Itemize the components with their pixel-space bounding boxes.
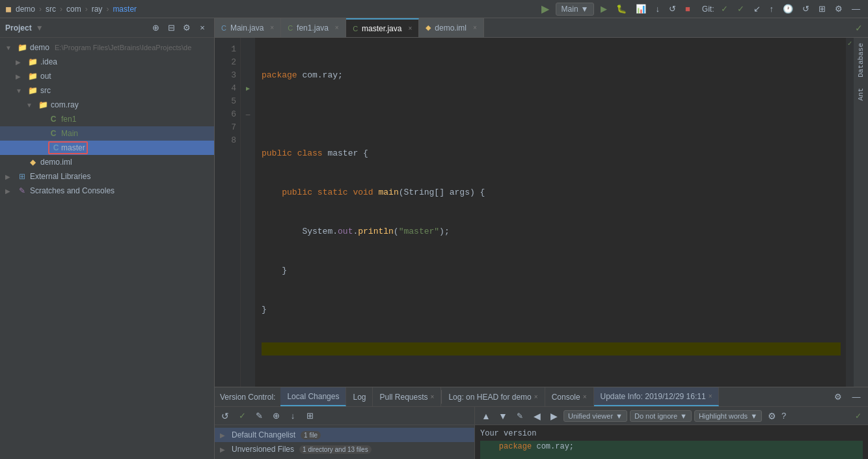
diff-nav-down[interactable]: ▼	[496, 409, 510, 423]
diff-highlight-select[interactable]: Highlight words ▼	[694, 410, 762, 422]
tree-label-ext-lib: External Libraries	[30, 172, 90, 181]
bottom-tab-update-info-close[interactable]: ×	[709, 393, 712, 400]
vc-label: Version Control:	[215, 387, 280, 406]
tree-item-scratches[interactable]: ▶ ✎ Scratches and Consoles	[0, 184, 214, 198]
bottom-tab-pull-requests-label: Pull Requests	[379, 393, 427, 402]
git-revert-btn[interactable]: ↺	[800, 3, 812, 15]
tree-item-fen1[interactable]: ▶ C fen1	[0, 112, 214, 126]
diff-next-btn[interactable]: ▶	[547, 409, 561, 423]
bottom-tab-local-changes[interactable]: Local Changes	[280, 387, 346, 406]
tab-close-demo-iml[interactable]: ×	[473, 24, 477, 31]
tree-item-idea[interactable]: ▶ 📁 .idea	[0, 55, 214, 69]
run-green-btn[interactable]: ▶	[539, 1, 552, 16]
git-history-btn[interactable]: 🕐	[780, 3, 796, 15]
bottom-tab-local-changes-label: Local Changes	[287, 392, 339, 401]
vc-edit-btn[interactable]: ✎	[251, 408, 267, 424]
gutter-run-btn[interactable]: ▶	[241, 82, 255, 95]
bottom-tab-console[interactable]: Console ×	[545, 387, 594, 406]
code-content[interactable]: package com.ray; public class master { p…	[255, 38, 846, 387]
tree-arrow-comray: ▼	[26, 102, 35, 109]
settings-btn[interactable]: ⚙	[832, 3, 845, 15]
editor-check-icon: ✓	[855, 23, 863, 33]
vc-terminal-btn[interactable]: ⊞	[302, 408, 318, 424]
scratches-icon: ✎	[17, 186, 27, 196]
diff-settings-btn[interactable]: ⚙	[765, 409, 779, 423]
tab-close-fen1-java[interactable]: ×	[335, 24, 339, 31]
tab-icon-main-java: C	[221, 24, 226, 32]
line-num-5: 5	[215, 95, 236, 108]
diff-prev-btn[interactable]: ◀	[530, 409, 544, 423]
tab-master-java[interactable]: C master.java ×	[346, 18, 419, 37]
tree-path-demo: E:\Program Files\JetBrains\IdeaProjects\…	[55, 44, 191, 51]
git-commit-btn[interactable]: ✓	[718, 3, 731, 15]
debug-btn[interactable]: 🐛	[614, 3, 629, 15]
tree-item-demo-iml[interactable]: ▶ ◆ demo.iml	[0, 155, 214, 169]
tree-item-demo[interactable]: ▼ 📁 demo E:\Program Files\JetBrains\Idea…	[0, 40, 214, 55]
code-editor: 1 2 3 4 5 6 7 8 ▶ —	[215, 38, 868, 387]
tab-close-main-java[interactable]: ×	[270, 24, 274, 31]
tree-item-src[interactable]: ▼ 📁 src	[0, 83, 214, 98]
diff-viewer-select[interactable]: Unified viewer ▼	[563, 410, 627, 422]
bottom-tab-pull-requests[interactable]: Pull Requests ×	[373, 387, 441, 406]
vc-arrow-unversioned: ▶	[220, 446, 229, 453]
vc-check-btn[interactable]: ✓	[234, 408, 250, 424]
bottom-tab-log[interactable]: Log	[346, 387, 373, 406]
vcs-window-btn[interactable]: ⊞	[816, 3, 828, 15]
right-tools-panel: Database Ant	[854, 38, 868, 387]
vc-pin-btn[interactable]: ⊕	[268, 408, 284, 424]
run-btn[interactable]: ▶	[598, 3, 610, 15]
tree-item-ext-lib[interactable]: ▶ ⊞ External Libraries	[0, 169, 214, 184]
titlebar-sep4: ›	[106, 5, 109, 14]
branch-selector[interactable]: Main ▼	[556, 3, 595, 16]
diff-help-btn[interactable]: ?	[781, 411, 786, 421]
stop-btn[interactable]: ■	[683, 3, 693, 15]
coverage-btn[interactable]: 📊	[633, 3, 649, 15]
vc-refresh-btn[interactable]: ↺	[217, 408, 233, 424]
locate-btn[interactable]: ⊕	[149, 21, 162, 35]
tree-item-comray[interactable]: ▼ 📁 com.ray	[0, 98, 214, 112]
tree-item-master[interactable]: ▶ C master	[0, 141, 214, 155]
tab-fen1-java[interactable]: C fen1.java ×	[281, 18, 346, 37]
diff-ignore-label: Do not ignore	[634, 412, 677, 420]
tree-item-out[interactable]: ▶ 📁 out	[0, 69, 214, 83]
tab-main-java[interactable]: C Main.java ×	[215, 18, 281, 37]
bottom-tab-update-info[interactable]: Update Info: 2019/12/29 16:11 ×	[594, 387, 720, 406]
titlebar-src: src	[46, 5, 56, 14]
sidebar-settings-btn[interactable]: ⚙	[180, 21, 193, 35]
sidebar-close-btn[interactable]: ×	[196, 21, 209, 35]
right-tab-database[interactable]: Database	[856, 38, 866, 83]
bottom-settings-btn[interactable]: ⚙	[830, 389, 846, 405]
minimize-btn[interactable]: —	[849, 3, 863, 15]
bottom-content: ↺ ✓ ✎ ⊕ ↓ ⊞ ▶ Default Changelist 1 file	[215, 407, 868, 459]
diff-nav-up[interactable]: ▲	[479, 409, 493, 423]
vc-label-default-changelist: Default Changelist	[232, 430, 295, 439]
vc-badge-unversioned: 1 directory and 13 files	[299, 445, 372, 454]
right-tab-ant[interactable]: Ant	[856, 83, 866, 106]
diff-content[interactable]: Your version package com.ray; public cla…	[475, 425, 868, 459]
tree-label-demo: demo	[30, 43, 49, 52]
diff-ignore-select[interactable]: Do not ignore ▼	[630, 410, 692, 422]
vc-download-btn[interactable]: ↓	[285, 408, 301, 424]
bottom-tab-log-head-close[interactable]: ×	[534, 393, 538, 400]
editor-scrollbar[interactable]: ✓	[846, 38, 854, 387]
reload-btn[interactable]: ↺	[666, 3, 679, 15]
tab-demo-iml[interactable]: ◆ demo.iml ×	[419, 18, 484, 37]
update-btn[interactable]: ↓	[653, 3, 662, 15]
editor-column: C Main.java × C fen1.java × C master.jav…	[215, 18, 868, 459]
git-update-btn[interactable]: ↙	[751, 3, 763, 15]
bottom-tab-console-close[interactable]: ×	[583, 393, 587, 400]
titlebar-com: com	[66, 5, 81, 14]
vc-item-default-changelist[interactable]: ▶ Default Changelist 1 file	[215, 428, 474, 442]
bottom-tab-log-head[interactable]: Log: on HEAD for demo ×	[442, 387, 545, 406]
vc-toolbar: ↺ ✓ ✎ ⊕ ↓ ⊞	[215, 407, 474, 425]
vc-item-unversioned[interactable]: ▶ Unversioned Files 1 directory and 13 f…	[215, 442, 474, 456]
bottom-tab-pull-requests-close[interactable]: ×	[431, 393, 435, 400]
diff-edit-btn[interactable]: ✎	[513, 409, 527, 423]
bottom-close-btn[interactable]: —	[848, 389, 864, 405]
git-push-btn[interactable]: ↑	[767, 3, 777, 15]
git-check-btn[interactable]: ✓	[735, 3, 747, 15]
tab-close-master-java[interactable]: ×	[408, 25, 412, 32]
collapse-all-btn[interactable]: ⊟	[165, 21, 178, 35]
sidebar: Project ▼ ⊕ ⊟ ⚙ × ▼ 📁 demo E:\Program Fi…	[0, 18, 215, 459]
tree-item-main[interactable]: ▶ C Main	[0, 126, 214, 141]
